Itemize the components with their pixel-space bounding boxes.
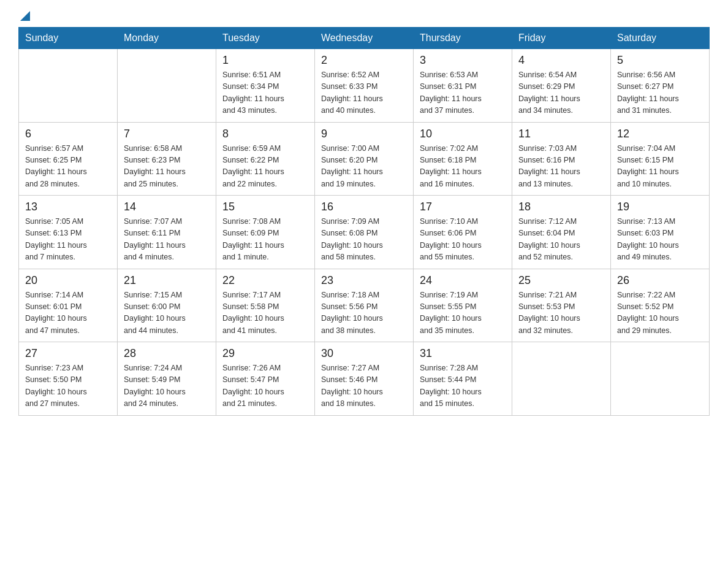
day-info: Sunrise: 7:28 AMSunset: 5:44 PMDaylight:… (420, 362, 506, 410)
calendar-cell: 23Sunrise: 7:18 AMSunset: 5:56 PMDayligh… (315, 269, 414, 342)
day-info: Sunrise: 7:15 AMSunset: 6:00 PMDaylight:… (124, 289, 210, 337)
calendar-cell (512, 342, 611, 416)
calendar-cell: 28Sunrise: 7:24 AMSunset: 5:49 PMDayligh… (118, 342, 216, 416)
day-number: 21 (124, 274, 210, 287)
day-number: 2 (321, 54, 407, 67)
day-number: 11 (518, 128, 604, 140)
day-number: 28 (124, 347, 210, 360)
day-number: 8 (222, 128, 308, 140)
calendar-cell: 30Sunrise: 7:27 AMSunset: 5:46 PMDayligh… (315, 342, 414, 416)
day-number: 22 (222, 274, 308, 287)
calendar-cell: 10Sunrise: 7:02 AMSunset: 6:18 PMDayligh… (414, 122, 512, 196)
day-number: 13 (25, 201, 111, 213)
calendar-cell: 31Sunrise: 7:28 AMSunset: 5:44 PMDayligh… (414, 342, 512, 416)
calendar-cell (118, 49, 216, 123)
calendar-header-sunday: Sunday (19, 28, 118, 49)
calendar-cell: 25Sunrise: 7:21 AMSunset: 5:53 PMDayligh… (512, 269, 611, 342)
day-info: Sunrise: 7:09 AMSunset: 6:08 PMDaylight:… (321, 216, 407, 264)
day-number: 16 (321, 201, 407, 213)
calendar-header-row: SundayMondayTuesdayWednesdayThursdayFrid… (19, 28, 710, 49)
day-info: Sunrise: 7:10 AMSunset: 6:06 PMDaylight:… (420, 216, 506, 264)
day-info: Sunrise: 6:56 AMSunset: 6:27 PMDaylight:… (617, 69, 703, 117)
day-number: 19 (617, 201, 703, 213)
calendar-header-monday: Monday (118, 28, 216, 49)
calendar-cell: 6Sunrise: 6:57 AMSunset: 6:25 PMDaylight… (19, 122, 118, 196)
calendar-cell: 2Sunrise: 6:52 AMSunset: 6:33 PMDaylight… (315, 49, 414, 123)
calendar-week-row: 6Sunrise: 6:57 AMSunset: 6:25 PMDaylight… (19, 122, 710, 196)
calendar-cell: 11Sunrise: 7:03 AMSunset: 6:16 PMDayligh… (512, 122, 611, 196)
calendar-cell: 16Sunrise: 7:09 AMSunset: 6:08 PMDayligh… (315, 196, 414, 269)
day-number: 5 (617, 54, 703, 67)
day-info: Sunrise: 7:27 AMSunset: 5:46 PMDaylight:… (321, 362, 407, 410)
calendar-cell: 26Sunrise: 7:22 AMSunset: 5:52 PMDayligh… (611, 269, 710, 342)
day-info: Sunrise: 7:13 AMSunset: 6:03 PMDaylight:… (617, 216, 703, 264)
calendar-cell (611, 342, 710, 416)
day-info: Sunrise: 7:17 AMSunset: 5:58 PMDaylight:… (222, 289, 308, 337)
day-number: 10 (420, 128, 506, 140)
calendar-header-friday: Friday (512, 28, 611, 49)
calendar-cell: 20Sunrise: 7:14 AMSunset: 6:01 PMDayligh… (19, 269, 118, 342)
day-info: Sunrise: 7:18 AMSunset: 5:56 PMDaylight:… (321, 289, 407, 337)
day-info: Sunrise: 7:12 AMSunset: 6:04 PMDaylight:… (518, 216, 604, 264)
day-info: Sunrise: 6:53 AMSunset: 6:31 PMDaylight:… (420, 69, 506, 117)
day-number: 24 (420, 274, 506, 287)
calendar-cell: 15Sunrise: 7:08 AMSunset: 6:09 PMDayligh… (216, 196, 315, 269)
day-number: 15 (222, 201, 308, 213)
calendar-cell: 17Sunrise: 7:10 AMSunset: 6:06 PMDayligh… (414, 196, 512, 269)
day-info: Sunrise: 7:04 AMSunset: 6:15 PMDaylight:… (617, 143, 703, 191)
calendar-cell: 8Sunrise: 6:59 AMSunset: 6:22 PMDaylight… (216, 122, 315, 196)
calendar-header-saturday: Saturday (611, 28, 710, 49)
day-info: Sunrise: 6:58 AMSunset: 6:23 PMDaylight:… (124, 143, 210, 191)
day-number: 25 (518, 274, 604, 287)
day-info: Sunrise: 7:26 AMSunset: 5:47 PMDaylight:… (222, 362, 308, 410)
calendar-cell (19, 49, 118, 123)
day-number: 29 (222, 347, 308, 360)
calendar-cell: 13Sunrise: 7:05 AMSunset: 6:13 PMDayligh… (19, 196, 118, 269)
day-number: 9 (321, 128, 407, 140)
day-info: Sunrise: 7:23 AMSunset: 5:50 PMDaylight:… (25, 362, 111, 410)
calendar-cell: 4Sunrise: 6:54 AMSunset: 6:29 PMDaylight… (512, 49, 611, 123)
day-info: Sunrise: 6:57 AMSunset: 6:25 PMDaylight:… (25, 143, 111, 191)
calendar-week-row: 13Sunrise: 7:05 AMSunset: 6:13 PMDayligh… (19, 196, 710, 269)
calendar-cell: 21Sunrise: 7:15 AMSunset: 6:00 PMDayligh… (118, 269, 216, 342)
calendar-cell: 9Sunrise: 7:00 AMSunset: 6:20 PMDaylight… (315, 122, 414, 196)
calendar-cell: 14Sunrise: 7:07 AMSunset: 6:11 PMDayligh… (118, 196, 216, 269)
calendar-cell: 19Sunrise: 7:13 AMSunset: 6:03 PMDayligh… (611, 196, 710, 269)
day-number: 3 (420, 54, 506, 67)
day-number: 27 (25, 347, 111, 360)
calendar-header-wednesday: Wednesday (315, 28, 414, 49)
day-number: 7 (124, 128, 210, 140)
svg-marker-0 (20, 11, 30, 21)
day-number: 30 (321, 347, 407, 360)
day-info: Sunrise: 7:05 AMSunset: 6:13 PMDaylight:… (25, 216, 111, 264)
day-info: Sunrise: 7:07 AMSunset: 6:11 PMDaylight:… (124, 216, 210, 264)
calendar-cell: 27Sunrise: 7:23 AMSunset: 5:50 PMDayligh… (19, 342, 118, 416)
day-info: Sunrise: 7:22 AMSunset: 5:52 PMDaylight:… (617, 289, 703, 337)
day-number: 18 (518, 201, 604, 213)
day-info: Sunrise: 7:03 AMSunset: 6:16 PMDaylight:… (518, 143, 604, 191)
day-number: 31 (420, 347, 506, 360)
calendar-week-row: 20Sunrise: 7:14 AMSunset: 6:01 PMDayligh… (19, 269, 710, 342)
day-info: Sunrise: 6:51 AMSunset: 6:34 PMDaylight:… (222, 69, 308, 117)
calendar-header-thursday: Thursday (414, 28, 512, 49)
day-number: 17 (420, 201, 506, 213)
day-info: Sunrise: 7:19 AMSunset: 5:55 PMDaylight:… (420, 289, 506, 337)
day-info: Sunrise: 7:08 AMSunset: 6:09 PMDaylight:… (222, 216, 308, 264)
day-number: 12 (617, 128, 703, 140)
calendar-table: SundayMondayTuesdayWednesdayThursdayFrid… (18, 27, 710, 416)
day-info: Sunrise: 6:54 AMSunset: 6:29 PMDaylight:… (518, 69, 604, 117)
logo (18, 12, 30, 21)
day-number: 14 (124, 201, 210, 213)
day-info: Sunrise: 7:24 AMSunset: 5:49 PMDaylight:… (124, 362, 210, 410)
logo-triangle-icon (20, 11, 30, 21)
day-number: 6 (25, 128, 111, 140)
day-number: 26 (617, 274, 703, 287)
calendar-cell: 29Sunrise: 7:26 AMSunset: 5:47 PMDayligh… (216, 342, 315, 416)
calendar-cell: 5Sunrise: 6:56 AMSunset: 6:27 PMDaylight… (611, 49, 710, 123)
day-number: 20 (25, 274, 111, 287)
calendar-cell: 12Sunrise: 7:04 AMSunset: 6:15 PMDayligh… (611, 122, 710, 196)
day-number: 1 (222, 54, 308, 67)
day-info: Sunrise: 7:14 AMSunset: 6:01 PMDaylight:… (25, 289, 111, 337)
day-info: Sunrise: 7:00 AMSunset: 6:20 PMDaylight:… (321, 143, 407, 191)
calendar-cell: 3Sunrise: 6:53 AMSunset: 6:31 PMDaylight… (414, 49, 512, 123)
